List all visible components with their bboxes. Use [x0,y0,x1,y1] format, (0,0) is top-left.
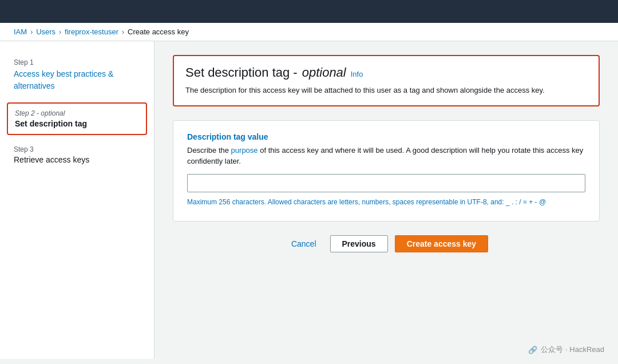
previous-button[interactable]: Previous [330,235,388,252]
section-title-main: Set description tag - [185,65,298,80]
breadcrumb-iam[interactable]: IAM [14,27,27,36]
section-title-optional: optional [302,65,346,80]
watermark-icon: 🔗 [528,346,537,354]
actions-bar: Cancel Previous Create access key [173,235,600,252]
section-description: The description for this access key will… [185,85,587,96]
sidebar-step2: Step 2 - optional Set description tag [7,102,147,135]
breadcrumb-testuser[interactable]: fireprox-testuser [65,27,118,36]
breadcrumb-users[interactable]: Users [36,27,56,36]
sidebar: Step 1 Access key best practices & alter… [0,41,154,359]
sidebar-step3: Step 3 Retrieve access keys [0,140,154,170]
info-link[interactable]: Info [351,70,363,78]
field-description: Describe the purpose of this access key … [187,145,585,167]
section-header: Set description tag - optional Info The … [173,55,600,106]
form-card: Description tag value Describe the purpo… [173,120,600,221]
step1-label: Step 1 [14,58,140,66]
watermark-text: 公众号 · HackRead [541,345,604,355]
step2-title: Set description tag [15,119,139,128]
step3-title: Retrieve access keys [14,155,140,164]
section-title: Set description tag - optional Info [185,65,587,80]
main-content: Set description tag - optional Info The … [154,41,618,359]
breadcrumb-sep-1: › [30,28,33,36]
top-bar [0,0,618,23]
purpose-link[interactable]: purpose [231,146,258,155]
field-hint: Maximum 256 characters. Allowed characte… [187,197,585,207]
step2-label: Step 2 - optional [15,109,139,117]
breadcrumb-sep-2: › [59,28,61,36]
cancel-button[interactable]: Cancel [284,236,323,252]
field-label: Description tag value [187,132,585,141]
watermark: 🔗 公众号 · HackRead [528,345,604,355]
description-input[interactable] [187,174,585,192]
step1-link[interactable]: Access key best practices & alternatives [14,68,140,92]
breadcrumb-current: Create access key [128,27,189,36]
create-access-key-button[interactable]: Create access key [395,235,488,252]
breadcrumb-sep-3: › [122,28,124,36]
breadcrumb: IAM › Users › fireprox-testuser › Create… [0,23,618,41]
step3-label: Step 3 [14,145,140,153]
sidebar-step1: Step 1 Access key best practices & alter… [0,53,154,98]
